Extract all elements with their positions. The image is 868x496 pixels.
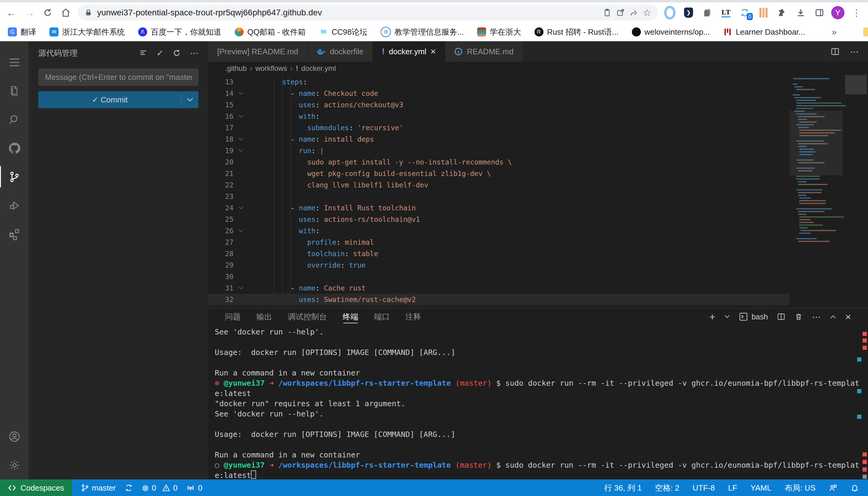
split-terminal-icon[interactable] <box>777 312 785 321</box>
commit-dropdown-icon[interactable] <box>182 98 198 102</box>
keyboard-layout[interactable]: 布局: US <box>784 483 815 493</box>
settings-icon[interactable] <box>0 451 29 479</box>
pencils-extension-icon[interactable] <box>758 7 769 18</box>
commit-message-box[interactable] <box>38 68 198 86</box>
panel-tab-0[interactable]: 问题 <box>225 308 241 325</box>
fold-chevron-icon[interactable] <box>234 88 249 99</box>
terminal-dropdown-icon[interactable] <box>724 315 730 319</box>
encoding[interactable]: UTF-8 <box>693 483 715 493</box>
eol[interactable]: LF <box>728 483 737 493</box>
view-as-list-icon[interactable] <box>139 49 148 57</box>
terminal-output[interactable]: See 'docker run --help'. Usage: docker r… <box>208 325 868 479</box>
puzzle-extension-icon[interactable] <box>776 7 788 18</box>
cursor-position[interactable]: 行 36, 列 1 <box>604 483 642 493</box>
breadcrumb-file[interactable]: docker.yml <box>301 64 336 73</box>
split-editor-icon[interactable] <box>830 47 840 56</box>
more-actions-icon[interactable]: ⋯ <box>190 48 198 58</box>
other-bookmarks[interactable]: 其他书签 <box>863 27 868 37</box>
bookmark-item[interactable]: G翻译 <box>8 27 36 37</box>
bookmark-item[interactable]: ✉浙江大学邮件系统 <box>49 27 125 37</box>
refresh-icon[interactable] <box>173 49 181 57</box>
search-icon[interactable] <box>0 105 29 134</box>
minimap-line <box>799 222 814 223</box>
forward-icon[interactable]: → <box>24 6 35 19</box>
fold-chevron-icon[interactable] <box>234 134 249 145</box>
panel-tab-3[interactable]: 终端 <box>343 308 358 325</box>
reload-icon[interactable] <box>42 6 54 19</box>
bookmark-item[interactable]: 98CC98论坛 <box>319 27 367 37</box>
explorer-icon[interactable] <box>0 77 29 105</box>
close-panel-icon[interactable]: × <box>845 311 851 323</box>
fold-chevron-icon[interactable] <box>234 202 249 214</box>
source-control-icon[interactable] <box>0 162 29 191</box>
fold-chevron-icon[interactable] <box>234 111 249 122</box>
feedback-button[interactable] <box>829 484 837 492</box>
branch-indicator[interactable]: master <box>81 483 116 493</box>
notifications-button[interactable] <box>851 484 859 492</box>
commit-check-icon[interactable]: ✓ <box>156 48 163 58</box>
sync-extension-icon[interactable]: 0 <box>739 7 750 18</box>
breadcrumb-folder[interactable]: .github <box>225 64 247 73</box>
kill-terminal-icon[interactable] <box>794 312 803 321</box>
fold-chevron-icon[interactable] <box>234 145 249 156</box>
menu-icon[interactable] <box>0 48 29 77</box>
sidebar-extension-icon[interactable] <box>814 7 825 18</box>
editor-more-icon[interactable]: ⋯ <box>850 46 859 57</box>
back-icon[interactable]: ← <box>5 6 17 19</box>
url-text[interactable]: yunwei37-potential-space-trout-rpr5qwj66… <box>97 8 598 17</box>
shield-extension-icon[interactable]: ❯ <box>683 7 694 18</box>
address-bar[interactable]: yunwei37-potential-space-trout-rpr5qwj66… <box>78 5 658 20</box>
lt-extension-icon[interactable]: LT <box>720 7 732 18</box>
panel-more-icon[interactable]: ⋯ <box>812 312 821 322</box>
terminal-instance[interactable]: bash <box>739 312 768 321</box>
minimap[interactable] <box>790 75 868 308</box>
tab-dockerfile[interactable]: dockerfile <box>308 41 373 62</box>
fold-chevron-icon[interactable] <box>234 225 249 236</box>
fold-chevron-icon[interactable] <box>234 282 249 294</box>
bookmark-item[interactable]: Learner Dashboar... <box>723 27 805 37</box>
share-icon[interactable] <box>629 9 638 17</box>
language-mode[interactable]: YAML <box>751 483 772 493</box>
remote-indicator[interactable]: Codespaces <box>0 479 72 496</box>
ring-extension-icon[interactable] <box>664 7 676 18</box>
fold-gutter <box>234 236 249 248</box>
commit-message-input[interactable] <box>44 72 192 82</box>
sync-indicator[interactable] <box>125 484 133 492</box>
commit-button[interactable]: ✓ Commit <box>38 91 198 108</box>
editor-scrollbar[interactable] <box>845 75 867 94</box>
panel-tab-1[interactable]: 输出 <box>256 308 272 325</box>
bookmarks-overflow-icon[interactable]: » <box>832 27 837 37</box>
bookmark-item[interactable]: weloveinterns/op... <box>632 27 710 37</box>
bookmark-item[interactable]: QQ邮箱 - 收件箱 <box>235 27 306 37</box>
bookmark-star-icon[interactable]: ☆ <box>643 7 652 18</box>
open-in-new-icon[interactable] <box>616 9 625 17</box>
bookmark-item[interactable]: 浙教学管理信息服务... <box>380 27 464 37</box>
panel-tab-2[interactable]: 调试控制台 <box>288 308 327 325</box>
extensions-icon[interactable] <box>0 220 29 248</box>
breadcrumb-folder[interactable]: workflows <box>255 64 287 73</box>
browser-menu-icon[interactable]: ⋮ <box>851 6 863 19</box>
github-icon[interactable] <box>0 134 29 162</box>
new-terminal-icon[interactable]: + <box>709 311 715 323</box>
indentation[interactable]: 空格: 2 <box>655 483 679 493</box>
bookmark-item[interactable]: 爪百度一下，你就知道 <box>138 27 221 37</box>
run-debug-icon[interactable] <box>0 191 29 220</box>
close-tab-icon[interactable]: × <box>431 46 436 57</box>
download-extension-icon[interactable] <box>795 7 807 18</box>
code-editor[interactable]: 13 steps:14 - name: Checkout code15 uses… <box>208 75 868 308</box>
profile-avatar[interactable]: Y <box>831 6 844 19</box>
maximize-panel-icon[interactable] <box>830 315 836 319</box>
tab-docker.yml[interactable]: !docker.yml× <box>373 41 445 62</box>
tab-readme.md[interactable]: README.md <box>445 41 523 62</box>
account-icon[interactable] <box>0 422 29 451</box>
copy-extension-icon[interactable] <box>702 7 713 18</box>
problems-indicator[interactable]: ⊗ 0 0 <box>142 483 177 493</box>
bookmark-item[interactable]: 学在浙大 <box>477 27 521 37</box>
home-icon[interactable] <box>60 6 72 19</box>
bookmark-item[interactable]: RRust 招聘 - Rust语... <box>535 27 618 37</box>
panel-tab-4[interactable]: 端口 <box>374 308 390 325</box>
panel-tab-5[interactable]: 注释 <box>405 308 421 325</box>
ports-indicator[interactable]: 0 <box>186 483 202 493</box>
tab--preview-readme.md[interactable]: [Preview] README.md <box>208 41 308 62</box>
clipboard-icon[interactable] <box>603 9 611 17</box>
